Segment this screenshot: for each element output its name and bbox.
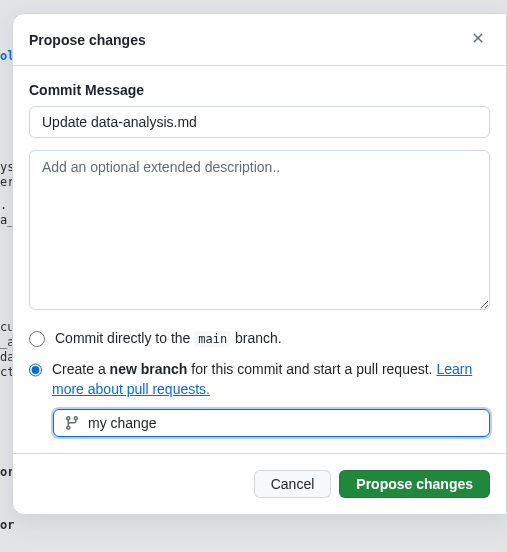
close-icon bbox=[470, 30, 486, 46]
branch-name-input[interactable] bbox=[88, 415, 479, 431]
create-branch-radio[interactable] bbox=[29, 362, 42, 378]
branch-name-code: main bbox=[194, 331, 231, 347]
create-branch-option[interactable]: Create a new branch for this commit and … bbox=[29, 359, 490, 399]
commit-direct-option[interactable]: Commit directly to the main branch. bbox=[29, 328, 490, 349]
propose-changes-button[interactable]: Propose changes bbox=[339, 470, 490, 498]
git-branch-icon bbox=[64, 415, 80, 431]
text-fragment: for this commit and start a pull request… bbox=[187, 361, 436, 377]
modal-footer: Cancel Propose changes bbox=[13, 453, 506, 514]
commit-message-input[interactable] bbox=[29, 106, 490, 138]
bg-code: . bbox=[0, 198, 7, 212]
text-fragment: Commit directly to the bbox=[55, 330, 194, 346]
propose-changes-modal: Propose changes Commit Message Commit di… bbox=[12, 13, 507, 515]
cancel-button[interactable]: Cancel bbox=[254, 470, 332, 498]
modal-title: Propose changes bbox=[29, 32, 146, 48]
create-branch-label: Create a new branch for this commit and … bbox=[52, 359, 490, 399]
extended-description-textarea[interactable] bbox=[29, 150, 490, 310]
text-fragment: branch. bbox=[231, 330, 282, 346]
commit-direct-label: Commit directly to the main branch. bbox=[55, 328, 282, 349]
branch-name-field[interactable] bbox=[53, 409, 490, 437]
text-strong: new branch bbox=[110, 361, 188, 377]
modal-body: Commit Message Commit directly to the ma… bbox=[13, 66, 506, 453]
modal-header: Propose changes bbox=[13, 14, 506, 66]
close-button[interactable] bbox=[466, 26, 490, 53]
commit-direct-radio[interactable] bbox=[29, 331, 45, 347]
commit-message-label: Commit Message bbox=[29, 82, 490, 98]
bg-code: or bbox=[0, 518, 14, 532]
text-fragment: Create a bbox=[52, 361, 110, 377]
